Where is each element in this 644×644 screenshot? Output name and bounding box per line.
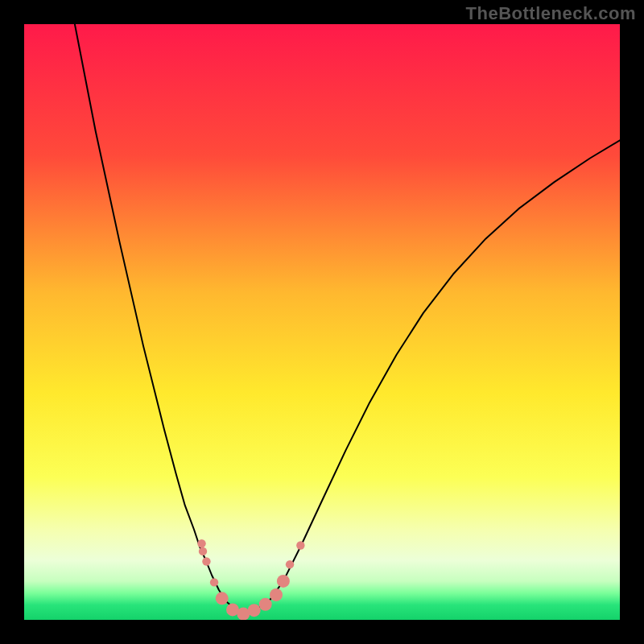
marker-dot (270, 588, 283, 601)
marker-dot (277, 575, 290, 588)
chart-svg (24, 24, 620, 620)
plot-area (24, 24, 620, 620)
marker-dot (259, 598, 272, 611)
watermark-label: TheBottleneck.com (466, 3, 636, 24)
marker-dot (202, 557, 210, 565)
marker-dot (210, 578, 218, 586)
marker-dot (199, 547, 207, 555)
marker-dot (216, 592, 229, 605)
chart-root: TheBottleneck.com (0, 0, 644, 644)
marker-dot (248, 604, 261, 617)
gradient-background (24, 24, 620, 620)
marker-dot (296, 541, 304, 549)
marker-dot (286, 560, 294, 568)
marker-dot (197, 539, 205, 547)
